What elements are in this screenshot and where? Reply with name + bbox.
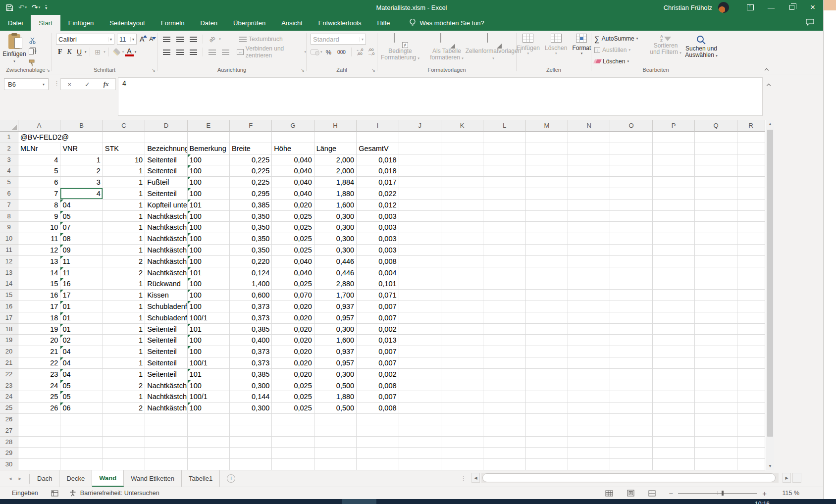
cell-H29[interactable] [314, 448, 357, 459]
cell-K28[interactable] [441, 437, 483, 448]
cell-F14[interactable]: 1,400 [230, 278, 272, 290]
cell-D26[interactable] [145, 414, 187, 425]
vertical-scrollbar-thumb[interactable] [767, 130, 773, 437]
cell-P3[interactable] [653, 154, 695, 166]
cell-J30[interactable] [399, 459, 441, 470]
row-header-7[interactable]: 7 [0, 200, 18, 211]
zoom-slider-thumb[interactable] [722, 491, 724, 496]
cell-P2[interactable] [653, 143, 695, 154]
cell-I20[interactable]: 0,007 [357, 346, 399, 357]
name-box-dropdown-icon[interactable]: ▾ [39, 82, 48, 87]
cell-A1[interactable]: @BV-FELD2@ [18, 132, 60, 143]
cell-B30[interactable] [60, 459, 103, 470]
column-header-D[interactable]: D [145, 120, 187, 132]
cell-H14[interactable]: 2,880 [314, 278, 357, 290]
underline-button[interactable]: U [75, 48, 84, 56]
cell-P13[interactable] [653, 267, 695, 279]
cancel-entry-button[interactable]: × [67, 81, 71, 88]
cell-C16[interactable]: 1 [103, 301, 145, 312]
row-header-19[interactable]: 19 [0, 335, 18, 346]
cell-K10[interactable] [441, 233, 483, 245]
cell-M30[interactable] [526, 459, 568, 470]
cell-C19[interactable]: 1 [103, 335, 145, 346]
cell-P25[interactable] [653, 403, 695, 414]
cell-I7[interactable]: 0,012 [357, 200, 399, 211]
cell-F16[interactable]: 0,373 [230, 301, 272, 312]
cell-E5[interactable]: 100 [188, 177, 230, 188]
tab-datei[interactable]: Datei [0, 15, 31, 31]
cell-J20[interactable] [399, 346, 441, 357]
cell-R9[interactable] [737, 222, 765, 233]
cell-Q3[interactable] [695, 154, 737, 166]
accessibility-status[interactable]: Barrierefreiheit: Untersuchen [80, 490, 159, 497]
cell-D6[interactable]: Seitenteil [145, 188, 187, 200]
cell-L1[interactable] [483, 132, 525, 143]
cell-N5[interactable] [568, 177, 610, 188]
accessibility-icon[interactable] [69, 490, 76, 497]
row-header-11[interactable]: 11 [0, 245, 18, 256]
cell-Q24[interactable] [695, 391, 737, 403]
cell-O3[interactable] [610, 154, 652, 166]
cell-L21[interactable] [483, 357, 525, 369]
cell-M17[interactable] [526, 312, 568, 324]
confirm-entry-button[interactable]: ✓ [85, 81, 90, 88]
cell-H7[interactable]: 1,600 [314, 200, 357, 211]
cell-C5[interactable]: 1 [103, 177, 145, 188]
cell-Q12[interactable] [695, 256, 737, 267]
cell-J5[interactable] [399, 177, 441, 188]
cell-B27[interactable] [60, 425, 103, 437]
cell-Q2[interactable] [695, 143, 737, 154]
cell-G7[interactable]: 0,020 [272, 200, 314, 211]
sheet-nav-right-icon[interactable]: ▸ [19, 475, 22, 482]
cell-C12[interactable]: 2 [103, 256, 145, 267]
cell-H17[interactable]: 0,957 [314, 312, 357, 324]
cell-K13[interactable] [441, 267, 483, 279]
row-header-6[interactable]: 6 [0, 188, 18, 200]
cell-K12[interactable] [441, 256, 483, 267]
sheet-tab-decke[interactable]: Decke [59, 470, 92, 487]
cell-B23[interactable]: 05 [60, 380, 103, 392]
cell-D12[interactable]: Nachtkästch [145, 256, 187, 267]
cell-H3[interactable]: 2,000 [314, 154, 357, 166]
cell-A27[interactable] [18, 425, 60, 437]
cell-A16[interactable]: 17 [18, 301, 60, 312]
cell-E12[interactable]: 100 [188, 256, 230, 267]
cell-N26[interactable] [568, 414, 610, 425]
cell-I24[interactable]: 0,007 [357, 391, 399, 403]
cell-R7[interactable] [737, 200, 765, 211]
cell-G17[interactable]: 0,020 [272, 312, 314, 324]
cell-I23[interactable]: 0,008 [357, 380, 399, 392]
cell-G15[interactable]: 0,070 [272, 290, 314, 301]
cell-B3[interactable]: 1 [60, 154, 103, 166]
row-header-25[interactable]: 25 [0, 403, 18, 414]
cell-O23[interactable] [610, 380, 652, 392]
cell-B22[interactable]: 04 [60, 369, 103, 380]
cell-B26[interactable] [60, 414, 103, 425]
cell-O7[interactable] [610, 200, 652, 211]
cell-H10[interactable]: 0,300 [314, 233, 357, 245]
row-header-27[interactable]: 27 [0, 425, 18, 437]
cell-O13[interactable] [610, 267, 652, 279]
cell-O16[interactable] [610, 301, 652, 312]
cell-J13[interactable] [399, 267, 441, 279]
fill-button[interactable]: ↓ Ausfüllen▾ [594, 45, 648, 55]
cell-L17[interactable] [483, 312, 525, 324]
cell-E7[interactable]: 101 [188, 200, 230, 211]
cell-L14[interactable] [483, 278, 525, 290]
format-painter-button[interactable] [29, 58, 37, 67]
cell-R3[interactable] [737, 154, 765, 166]
bold-button[interactable]: F [56, 48, 64, 56]
cell-K20[interactable] [441, 346, 483, 357]
cell-O6[interactable] [610, 188, 652, 200]
cell-J29[interactable] [399, 448, 441, 459]
cell-A10[interactable]: 11 [18, 233, 60, 245]
decrease-indent-icon[interactable] [209, 50, 216, 55]
cell-R24[interactable] [737, 391, 765, 403]
page-layout-view-icon[interactable] [627, 490, 634, 497]
cell-H28[interactable] [314, 437, 357, 448]
row-header-23[interactable]: 23 [0, 380, 18, 392]
cell-D13[interactable]: Nachtkästch [145, 267, 187, 279]
row-header-10[interactable]: 10 [0, 233, 18, 245]
column-header-P[interactable]: P [653, 120, 695, 132]
cell-C20[interactable]: 1 [103, 346, 145, 357]
